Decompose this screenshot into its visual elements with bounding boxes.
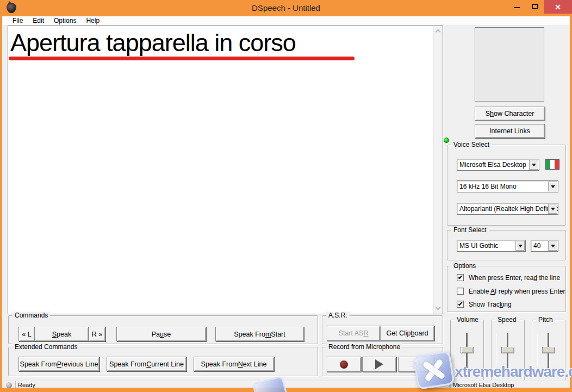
asr-group: A.S.R. Start ASR Get Clipboard [322,315,443,344]
speak-right-button[interactable]: R » [89,327,105,341]
italian-flag-icon [545,159,559,170]
asr-label: A.S.R. [326,312,350,320]
dropdown-arrow-icon[interactable] [548,204,557,214]
speak-from-start-button[interactable]: Speak From Start [215,327,304,341]
start-asr-button[interactable]: Start ASR [327,326,380,341]
close-button[interactable]: ✕ [544,0,572,14]
slider-ticks [496,334,497,366]
dropdown-arrow-icon[interactable] [515,241,525,251]
font-size-value: 40 [533,242,540,250]
titlebar: DSpeech - Untitled ✕ [0,0,572,16]
chevron-down-icon[interactable] [436,306,441,311]
speak-left-button[interactable]: « L [18,327,35,341]
voice-select-dropdown[interactable]: Microsoft Elsa Desktop [457,159,539,171]
menu-edit[interactable]: Edit [28,17,49,24]
slider-ticks [537,334,538,366]
watermark-text: xtremehardware.com [455,363,572,381]
watermark-logo-icon [413,351,455,390]
speak-current-line-button[interactable]: Speak From Current Line [107,357,186,371]
checkbox-ai-reply-label: Enable AI reply when press Enter [469,288,565,295]
extended-commands-label: Extended Commands [13,343,79,351]
format-value: 16 kHz 16 Bit Mono [459,183,517,190]
status-voice: Microsoft Elsa Desktop [450,381,569,388]
checkbox-show-tracking-label: Show Tracking [469,301,512,308]
pitch-slider-thumb[interactable] [542,347,555,353]
sphere-icon [6,382,12,388]
close-icon: ✕ [555,3,561,11]
font-size-dropdown[interactable]: 40 [531,240,558,252]
window-title: DSpeech - Untitled [0,3,572,13]
voice-select-label: Voice Select [451,141,492,149]
font-family-dropdown[interactable]: MS UI Gothic [457,240,526,252]
voice-value: Microsoft Elsa Desktop [459,161,526,169]
show-character-button[interactable]: Show Character [475,107,545,121]
dropdown-arrow-icon[interactable] [548,241,557,251]
volume-label: Volume [455,316,481,324]
options-label: Options [451,262,478,270]
play-icon [375,359,383,369]
tracking-underline [9,57,355,60]
maximize-icon [532,4,538,9]
font-select-label: Font Select [451,226,489,234]
internet-links-button[interactable]: Internet Links [475,124,545,138]
pause-button[interactable]: Pause [116,327,206,341]
dropdown-arrow-icon[interactable] [529,160,538,170]
checkbox-read-line[interactable]: ✔ [457,274,464,281]
commands-group: Commands « L Speak R » Pause Speak From … [8,315,318,344]
record-icon [340,360,348,369]
voice-select-group: Voice Select Microsoft Elsa Desktop 16 k… [447,145,566,226]
speak-previous-line-button[interactable]: Speak From Previous Line [18,357,100,371]
output-device-dropdown[interactable]: Altoparlanti (Realtek High Definition [457,203,558,215]
editor-text: Apertura tapparella in corso [10,29,296,57]
editor-scrollbar[interactable] [433,26,443,314]
character-display [475,27,544,102]
menu-file[interactable]: File [8,17,28,24]
pitch-label: Pitch [536,316,555,324]
device-value: Altoparlanti (Realtek High Definition [459,205,558,213]
speak-next-line-button[interactable]: Speak From Next Line [194,357,274,371]
options-group: Options ✔ When press Enter, read the lin… [447,266,566,312]
checkbox-read-line-label: When press Enter, read the line [469,274,560,282]
font-value: MS UI Gothic [459,242,498,250]
font-select-group: Font Select MS UI Gothic 40 [447,230,566,260]
speed-slider-thumb[interactable] [501,347,514,353]
menubar: File Edit Options Help [2,16,570,26]
maximize-button[interactable] [526,0,544,13]
commands-label: Commands [13,312,50,320]
status-message: Ready [15,381,450,388]
extended-commands-group: Extended Commands Speak From Previous Li… [8,347,318,376]
minimize-icon [514,7,520,8]
get-clipboard-button[interactable]: Get Clipboard [380,326,434,341]
green-dot-icon [444,138,449,143]
record-label: Record from Microphone [326,343,402,351]
status-bar: Ready Microsoft Elsa Desktop [2,380,570,388]
window-controls: ✕ [507,0,572,14]
record-button[interactable] [327,357,361,372]
status-icon-panel [3,381,15,388]
audio-format-dropdown[interactable]: 16 kHz 16 Bit Mono [457,181,558,192]
minimize-button[interactable] [507,0,526,13]
play-button[interactable] [362,357,396,372]
speed-label: Speed [495,316,519,324]
menu-options[interactable]: Options [49,17,81,24]
checkbox-show-tracking[interactable]: ✔ [457,301,464,308]
chevron-up-icon[interactable] [436,29,441,34]
text-editor[interactable]: Apertura tapparella in corso [8,26,443,314]
dropdown-arrow-icon[interactable] [548,182,557,191]
volume-slider-thumb[interactable] [461,347,474,353]
checkbox-ai-reply[interactable] [457,288,464,295]
dspeech-window: DSpeech - Untitled ✕ File Edit Options H… [0,0,572,392]
speak-button[interactable]: Speak [35,327,89,341]
menu-help[interactable]: Help [81,17,104,24]
slider-ticks [456,334,456,366]
